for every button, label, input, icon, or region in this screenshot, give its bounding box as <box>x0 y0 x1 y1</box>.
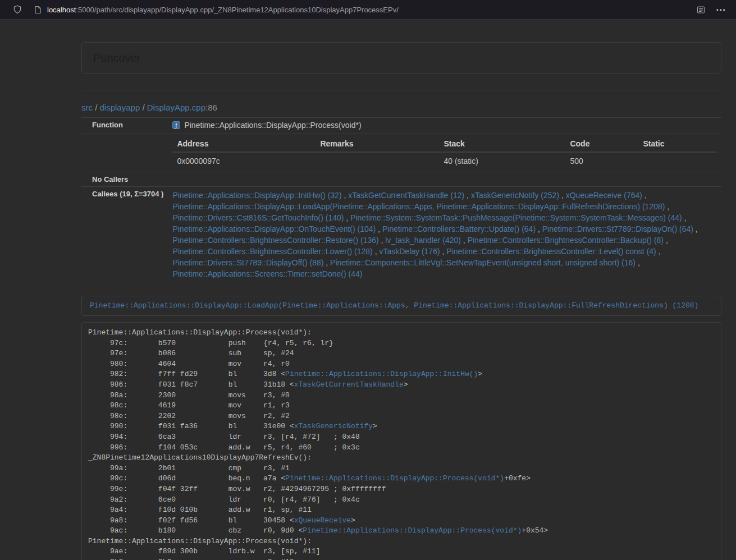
callee-link[interactable]: Pinetime::Controllers::Battery::Update()… <box>382 224 536 233</box>
callee-separator: , <box>376 224 382 233</box>
callee-separator: , <box>665 202 669 211</box>
col-header-static: Static <box>638 137 717 152</box>
callee-link[interactable]: Pinetime::Applications::DisplayApp::OnTo… <box>172 224 376 233</box>
code-symbol-link[interactable]: xTaskGenericNotify <box>294 422 373 430</box>
callee-link[interactable]: vTaskDelay (176) <box>379 247 440 256</box>
overflow-menu-icon[interactable]: ⋯ <box>714 4 728 16</box>
code-symbol-link[interactable]: Pinetime::Applications::DisplayApp::Init… <box>285 370 478 378</box>
url-bar[interactable]: localhost:5000/path/src/displayapp/Displ… <box>31 3 694 16</box>
remarks-value <box>316 152 439 169</box>
callee-link[interactable]: xTaskGetCurrentTaskHandle (12) <box>348 191 464 200</box>
callee-link[interactable]: xQueueReceive (764) <box>566 191 642 200</box>
breadcrumb-separator: / <box>93 103 100 112</box>
callee-link[interactable]: Pinetime::Drivers::St7789::DisplayOn() (… <box>542 224 693 233</box>
callee-link[interactable]: Pinetime::Drivers::Cst816S::GetTouchInfo… <box>172 213 344 222</box>
metrics-table: Address Remarks Stack Code Static 0x0000… <box>172 137 717 169</box>
tracking-protection-shield-icon[interactable] <box>11 3 24 16</box>
breadcrumb-line-number: :86 <box>205 103 217 112</box>
col-header-address: Address <box>172 137 316 152</box>
url-domain: localhost <box>47 6 76 14</box>
callee-separator: , <box>642 191 647 200</box>
callee-link[interactable]: lv_task_handler (420) <box>385 236 461 245</box>
callee-link[interactable]: Pinetime::Controllers::BrightnessControl… <box>172 247 372 256</box>
page-header: Puncover <box>81 42 721 74</box>
callee-link[interactable]: Pinetime::System::SystemTask::PushMessag… <box>350 213 682 222</box>
callee-link[interactable]: Pinetime::Controllers::BrightnessControl… <box>446 247 656 256</box>
highlight-panel: Pinetime::Applications::DisplayApp::Load… <box>81 296 721 316</box>
callee-separator: , <box>440 247 447 256</box>
stack-value: 40 (static) <box>439 152 565 169</box>
callee-link[interactable]: Pinetime::Applications::Screens::Timer::… <box>172 269 362 278</box>
callee-separator: , <box>323 258 330 267</box>
col-header-stack: Stack <box>439 137 565 152</box>
callee-link[interactable]: Pinetime::Applications::DisplayApp::Init… <box>172 191 341 200</box>
page-info-icon[interactable] <box>31 3 44 16</box>
address-value: 0x0000097c <box>172 152 316 169</box>
page-container: Puncover src / displayapp / DisplayApp.c… <box>81 42 721 560</box>
breadcrumb-link-src[interactable]: src <box>81 103 93 112</box>
breadcrumb-separator: / <box>140 103 147 112</box>
callee-separator: , <box>464 191 471 200</box>
callee-link[interactable]: Pinetime::Controllers::BrightnessControl… <box>468 236 664 245</box>
callee-separator: , <box>536 224 542 233</box>
col-header-code: Code <box>565 137 638 152</box>
metrics-row-label <box>81 134 168 172</box>
callee-separator: , <box>344 213 350 222</box>
callee-link[interactable]: Pinetime::Components::LittleVgl::SetNewT… <box>330 258 636 267</box>
code-symbol-link[interactable]: Pinetime::Applications::DisplayApp::Proc… <box>303 526 522 535</box>
svg-text:ƒ: ƒ <box>175 122 178 128</box>
callees-list: Pinetime::Applications::DisplayApp::Init… <box>172 190 717 279</box>
code-value: 500 <box>565 152 638 169</box>
metrics-data-row: 0x0000097c 40 (static) 500 <box>172 152 717 169</box>
callees-row: Callees (19, Σ=3704 ) Pinetime::Applicat… <box>81 187 721 283</box>
callee-separator: , <box>664 236 668 245</box>
callee-separator: , <box>559 191 566 200</box>
breadcrumb-link-file[interactable]: DisplayApp.cpp <box>147 103 205 112</box>
callee-link[interactable]: Pinetime::Drivers::St7789::DisplayOff() … <box>172 258 323 267</box>
callee-separator: , <box>682 213 687 222</box>
reader-view-icon[interactable] <box>694 3 707 16</box>
no-callers-label: No Callers <box>81 172 168 187</box>
page-title: Puncover <box>93 51 710 65</box>
callee-separator: , <box>636 258 640 267</box>
col-header-remarks: Remarks <box>316 137 439 152</box>
browser-chrome: localhost:5000/path/src/displayapp/Displ… <box>0 0 736 20</box>
breadcrumb-link-displayapp[interactable]: displayapp <box>100 103 140 112</box>
disassembly-code-block: Pinetime::Applications::DisplayApp::Proc… <box>81 322 721 560</box>
url-path: :5000/path/src/displayapp/DisplayApp.cpp… <box>76 6 399 14</box>
metrics-row: Address Remarks Stack Code Static 0x0000… <box>81 134 721 172</box>
highlighted-symbol-link[interactable]: Pinetime::Applications::DisplayApp::Load… <box>90 301 698 310</box>
function-table: Function ƒ Pinetime::Applications::Displ… <box>81 117 721 282</box>
code-symbol-link[interactable]: Pinetime::Applications::DisplayApp::Proc… <box>285 474 504 483</box>
static-value <box>638 152 717 169</box>
callee-separator: , <box>656 247 661 256</box>
function-name: Pinetime::Applications::DisplayApp::Proc… <box>184 121 361 130</box>
callee-link[interactable]: xTaskGenericNotify (252) <box>471 191 559 200</box>
callee-separator: , <box>379 236 386 245</box>
code-symbol-link[interactable]: xQueueReceive <box>294 516 351 525</box>
no-callers-row: No Callers <box>81 172 721 187</box>
callee-separator: , <box>461 236 468 245</box>
callee-link[interactable]: Pinetime::Controllers::BrightnessControl… <box>172 236 378 245</box>
callees-label: Callees (19, Σ=3704 ) <box>81 187 168 283</box>
function-label: Function <box>81 118 168 134</box>
function-icon: ƒ <box>172 121 180 131</box>
callee-separator: , <box>373 247 380 256</box>
callee-link[interactable]: Pinetime::Applications::DisplayApp::Load… <box>172 202 665 211</box>
header-divider <box>81 90 721 90</box>
callee-separator: , <box>342 191 349 200</box>
breadcrumb: src / displayapp / DisplayApp.cpp:86 <box>81 103 721 112</box>
url-text: localhost:5000/path/src/displayapp/Displ… <box>47 6 399 14</box>
callee-separator: , <box>693 224 698 233</box>
code-symbol-link[interactable]: xTaskGetCurrentTaskHandle <box>294 380 404 389</box>
function-row: Function ƒ Pinetime::Applications::Displ… <box>81 118 721 134</box>
